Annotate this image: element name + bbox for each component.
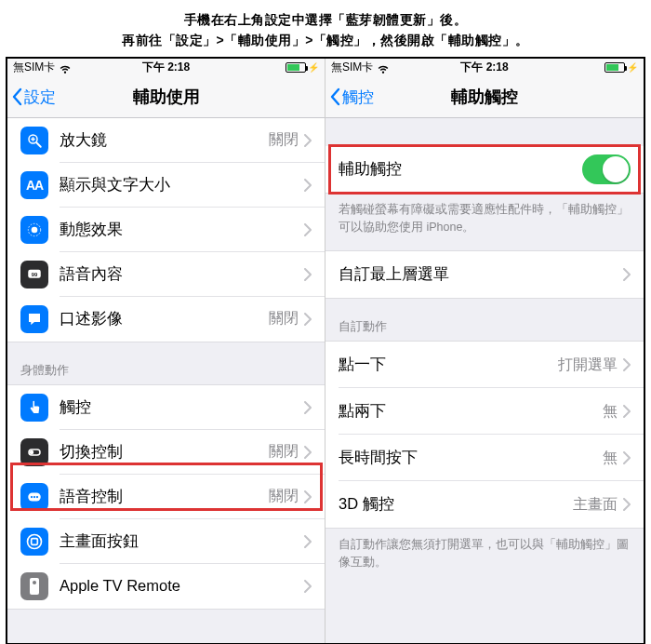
svg-rect-16 — [30, 578, 39, 595]
assistive-touch-toggle[interactable] — [582, 154, 631, 184]
row-label: 點兩下 — [339, 401, 386, 422]
list-item[interactable]: AA顯示與文字大小 — [7, 163, 325, 208]
list-item[interactable]: 3D 觸控主畫面 — [326, 481, 644, 528]
toggle-footer-text: 若觸碰螢幕有障礙或需要適應性配件時，「輔助觸控」可以協助您使用 iPhone。 — [326, 194, 644, 244]
row-label: 語音控制 — [60, 487, 123, 507]
section-header-body: 身體動作 — [7, 342, 325, 384]
assistive-touch-toggle-row[interactable]: 輔助觸控 — [326, 146, 644, 193]
chevron-right-icon — [623, 498, 631, 511]
svg-point-5 — [32, 226, 38, 233]
list-item[interactable]: 口述影像關閉 — [7, 297, 325, 342]
motion-icon — [20, 216, 48, 244]
list-item[interactable]: 主畫面按鈕 — [7, 519, 325, 564]
home-icon — [20, 528, 48, 556]
instruction-line-2: 再前往「設定」>「輔助使用」>「觸控」，然後開啟「輔助觸控」。 — [17, 30, 634, 50]
caption-icon — [20, 305, 48, 333]
phone-left: 無SIM卡 下午 2:18 ⚡ 設定 輔助使用 放大鏡關閉AA顯示與文字大小動態… — [7, 59, 326, 643]
back-label: 設定 — [24, 87, 56, 108]
row-label: 語音內容 — [60, 264, 123, 285]
row-label: 3D 觸控 — [339, 494, 394, 515]
row-label: 顯示與文字大小 — [60, 175, 170, 195]
phone-right: 無SIM卡 下午 2:18 ⚡ 觸控 輔助觸控 輔助觸控 若觸碰 — [326, 59, 644, 643]
chevron-right-icon — [623, 358, 631, 371]
list-item[interactable]: 觸控 — [7, 385, 325, 430]
wifi-icon — [377, 61, 390, 74]
chevron-right-icon — [623, 268, 631, 281]
battery-icon — [286, 62, 306, 73]
status-bar: 無SIM卡 下午 2:18 ⚡ — [326, 59, 644, 77]
row-detail: 關閉 — [269, 487, 299, 506]
list-item[interactable]: Apple TV Remote — [7, 564, 325, 609]
toggle-label: 輔助觸控 — [339, 159, 402, 180]
row-detail: 無 — [603, 402, 618, 422]
speech-icon: 99 — [20, 261, 48, 288]
row-label: 觸控 — [60, 397, 91, 418]
list-item[interactable]: 動態效果 — [7, 208, 325, 252]
magnifier-icon — [20, 127, 48, 154]
wifi-icon — [59, 61, 72, 74]
chevron-right-icon — [623, 405, 631, 418]
chevron-right-icon — [304, 535, 312, 548]
row-detail: 主畫面 — [573, 495, 618, 515]
battery-icon — [604, 62, 625, 73]
row-label: 切換控制 — [60, 442, 123, 463]
list-item[interactable]: 放大鏡關閉 — [7, 118, 325, 163]
tv-icon — [20, 572, 48, 600]
chevron-right-icon — [304, 179, 312, 192]
nav-header: 設定 輔助使用 — [7, 77, 325, 118]
list-item[interactable]: 切換控制關閉 — [7, 430, 325, 475]
row-detail: 關閉 — [269, 309, 299, 329]
chevron-left-icon — [11, 87, 22, 106]
clock-text: 下午 2:18 — [460, 60, 508, 75]
chevron-right-icon — [304, 313, 312, 326]
aa-icon: AA — [20, 171, 48, 199]
clock-text: 下午 2:18 — [142, 60, 190, 75]
list-item[interactable]: 點兩下無 — [326, 388, 644, 435]
instruction-line-1: 手機在右上角設定中選擇「藍芽韌體更新」後。 — [17, 9, 634, 30]
nav-header: 觸控 輔助觸控 — [326, 77, 644, 118]
chevron-right-icon — [304, 490, 312, 503]
svg-point-9 — [30, 450, 34, 455]
back-button[interactable]: 觸控 — [326, 87, 374, 108]
row-label: 動態效果 — [60, 220, 123, 240]
svg-point-13 — [36, 496, 38, 498]
actions-footer-text: 自訂動作讓您無須打開選單，也可以與「輔助觸控」圖像互動。 — [326, 529, 644, 579]
charging-icon: ⚡ — [627, 62, 638, 73]
back-label: 觸控 — [342, 87, 374, 108]
chevron-right-icon — [304, 446, 312, 459]
row-detail: 無 — [603, 449, 618, 468]
svg-point-14 — [28, 534, 42, 548]
chevron-right-icon — [304, 580, 312, 593]
row-label: 長時間按下 — [339, 448, 418, 468]
row-label: 點一下 — [339, 355, 386, 375]
row-label: 自訂最上層選單 — [339, 264, 449, 285]
screenshots-frame: 無SIM卡 下午 2:18 ⚡ 設定 輔助使用 放大鏡關閉AA顯示與文字大小動態… — [6, 57, 645, 644]
right-content[interactable]: 輔助觸控 若觸碰螢幕有障礙或需要適應性配件時，「輔助觸控」可以協助您使用 iPh… — [326, 118, 644, 643]
chevron-right-icon — [304, 134, 312, 147]
page-title: 輔助使用 — [133, 86, 200, 108]
touch-icon — [20, 394, 48, 422]
row-label: 放大鏡 — [60, 130, 107, 151]
svg-text:99: 99 — [32, 271, 38, 276]
list-item[interactable]: 99語音內容 — [7, 252, 325, 297]
custom-top-menu-row[interactable]: 自訂最上層選單 — [326, 251, 644, 298]
list-item[interactable]: 語音控制關閉 — [7, 475, 325, 519]
status-bar: 無SIM卡 下午 2:18 ⚡ — [7, 59, 325, 77]
row-label: Apple TV Remote — [60, 577, 180, 595]
svg-point-12 — [33, 496, 35, 498]
carrier-text: 無SIM卡 — [331, 60, 373, 75]
actions-header: 自訂動作 — [326, 299, 644, 341]
left-content[interactable]: 放大鏡關閉AA顯示與文字大小動態效果99語音內容口述影像關閉 身體動作 觸控切換… — [7, 118, 325, 643]
svg-point-11 — [31, 496, 33, 498]
row-label: 口述影像 — [60, 309, 123, 329]
chevron-right-icon — [623, 451, 631, 464]
chevron-right-icon — [304, 223, 312, 236]
row-detail: 關閉 — [269, 442, 299, 462]
list-item[interactable]: 長時間按下無 — [326, 435, 644, 481]
row-detail: 關閉 — [269, 130, 299, 150]
chevron-left-icon — [329, 87, 340, 106]
row-detail: 打開選單 — [558, 356, 618, 375]
svg-point-17 — [33, 581, 36, 584]
list-item[interactable]: 點一下打開選單 — [326, 342, 644, 388]
back-button[interactable]: 設定 — [7, 87, 56, 108]
